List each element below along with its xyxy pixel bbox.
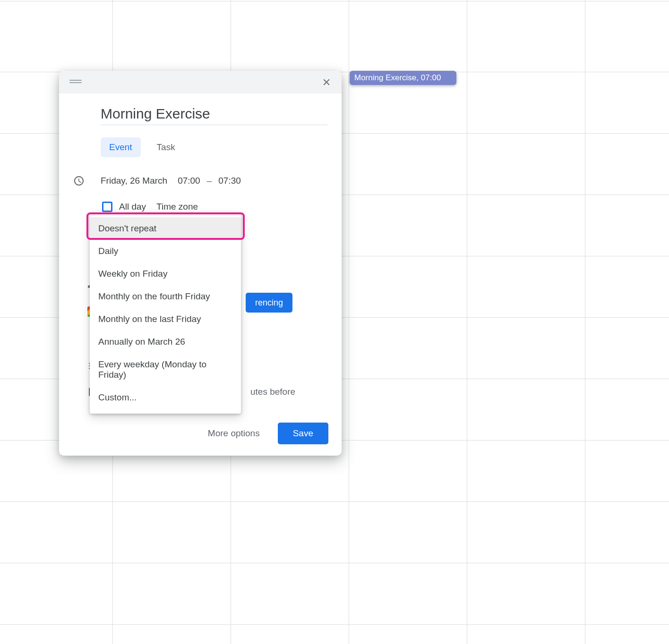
drag-handle-icon[interactable] (69, 80, 82, 85)
recurrence-option-custom[interactable]: Custom... (90, 386, 241, 409)
recurrence-option-weekly[interactable]: Weekly on Friday (90, 263, 241, 285)
event-end-time[interactable]: 07:30 (218, 176, 241, 186)
add-conferencing-button[interactable]: rencing (246, 293, 292, 313)
recurrence-option-daily[interactable]: Daily (90, 240, 241, 263)
timezone-link[interactable]: Time zone (156, 202, 198, 212)
close-button[interactable] (318, 74, 335, 91)
event-date[interactable]: Friday, 26 March (101, 176, 167, 186)
modal-header (59, 71, 342, 93)
more-options-button[interactable]: More options (201, 424, 266, 443)
all-day-checkbox[interactable] (102, 202, 112, 212)
recurrence-option-monthly-last[interactable]: Monthly on the last Friday (90, 308, 241, 330)
event-chip-title: Morning Exercise, (354, 73, 419, 82)
event-create-modal: Event Task Friday, 26 March 07:00 – 07:3… (59, 71, 342, 456)
notification-text-fragment: utes before (250, 387, 295, 397)
event-chip-time: 07:00 (421, 73, 441, 82)
save-button[interactable]: Save (278, 423, 328, 444)
tab-task[interactable]: Task (148, 137, 184, 157)
all-day-label: All day (119, 202, 146, 212)
recurrence-option-monthly-fourth[interactable]: Monthly on the fourth Friday (90, 285, 241, 308)
recurrence-option-weekday[interactable]: Every weekday (Monday to Friday) (90, 353, 241, 386)
close-icon (321, 77, 332, 87)
recurrence-option-annually[interactable]: Annually on March 26 (90, 330, 241, 353)
clock-icon (73, 175, 85, 186)
recurrence-dropdown: Doesn't repeat Daily Weekly on Friday Mo… (90, 212, 241, 414)
event-start-time[interactable]: 07:00 (178, 176, 200, 186)
recurrence-option-doesnt-repeat[interactable]: Doesn't repeat (90, 217, 241, 240)
time-dash: – (207, 176, 212, 186)
tab-event[interactable]: Event (101, 137, 141, 157)
calendar-event-chip[interactable]: Morning Exercise, 07:00 (350, 71, 456, 85)
event-title-input[interactable] (101, 103, 327, 125)
